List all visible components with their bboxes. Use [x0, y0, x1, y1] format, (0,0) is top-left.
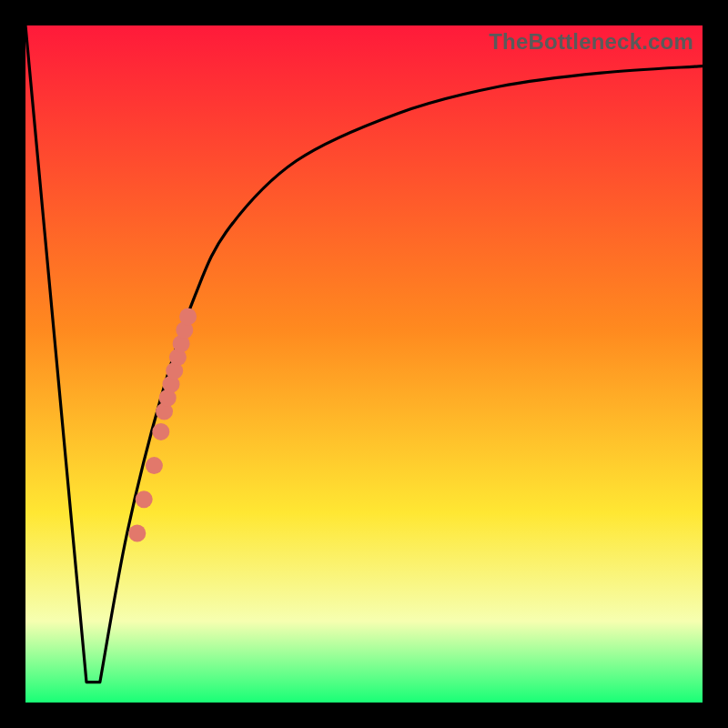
chart-svg: [25, 25, 703, 703]
watermark-text: TheBottleneck.com: [489, 29, 693, 55]
chart-plot-area: TheBottleneck.com: [25, 25, 703, 703]
chart-frame: TheBottleneck.com: [0, 0, 728, 728]
data-dot: [146, 457, 163, 474]
data-dot: [128, 525, 146, 542]
data-dot: [179, 308, 197, 325]
data-dot: [136, 490, 153, 508]
data-dot: [152, 423, 169, 440]
